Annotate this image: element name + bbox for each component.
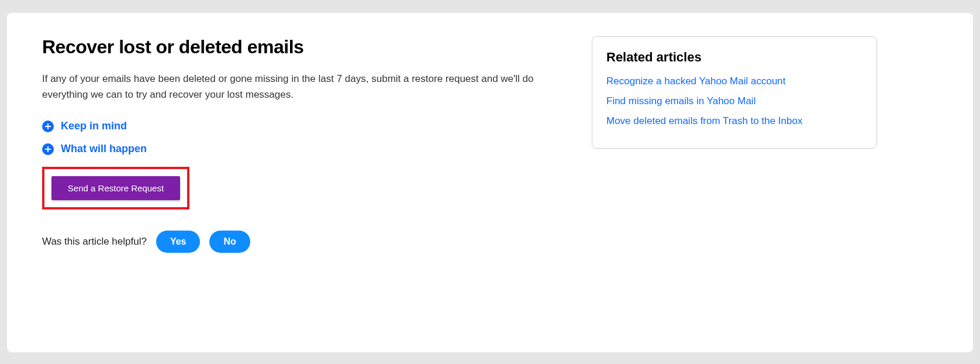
related-link-move-deleted[interactable]: Move deleted emails from Trash to the In… [606, 115, 802, 126]
svg-rect-1 [45, 126, 51, 127]
list-item: Find missing emails in Yahoo Mail [606, 95, 862, 107]
main-content: Recover lost or deleted emails If any of… [42, 36, 557, 329]
related-articles-list: Recognize a hacked Yahoo Mail account Fi… [606, 75, 862, 127]
related-articles-title: Related articles [606, 50, 862, 65]
expand-item-keep-in-mind[interactable]: Keep in mind [42, 120, 557, 132]
expand-list: Keep in mind What will happen [42, 120, 557, 155]
plus-icon [42, 121, 54, 132]
highlight-box: Send a Restore Request [42, 167, 189, 210]
sidebar: Related articles Recognize a hacked Yaho… [592, 36, 877, 329]
list-item: Move deleted emails from Trash to the In… [606, 115, 862, 127]
expand-label: Keep in mind [61, 120, 127, 132]
page-title: Recover lost or deleted emails [42, 36, 557, 58]
send-restore-request-button[interactable]: Send a Restore Request [51, 176, 180, 200]
related-articles-box: Related articles Recognize a hacked Yaho… [592, 36, 877, 149]
feedback-row: Was this article helpful? Yes No [42, 231, 557, 253]
expand-label: What will happen [61, 143, 147, 155]
related-link-missing-emails[interactable]: Find missing emails in Yahoo Mail [606, 95, 755, 107]
yes-button[interactable]: Yes [156, 231, 201, 253]
plus-icon [42, 143, 54, 155]
no-button[interactable]: No [209, 231, 250, 253]
feedback-prompt: Was this article helpful? [42, 236, 147, 248]
intro-text: If any of your emails have been deleted … [42, 71, 557, 102]
list-item: Recognize a hacked Yahoo Mail account [606, 75, 862, 87]
content-card: Recover lost or deleted emails If any of… [7, 13, 973, 352]
related-link-hacked-account[interactable]: Recognize a hacked Yahoo Mail account [606, 75, 786, 87]
expand-item-what-will-happen[interactable]: What will happen [42, 143, 557, 155]
svg-rect-3 [45, 149, 51, 150]
